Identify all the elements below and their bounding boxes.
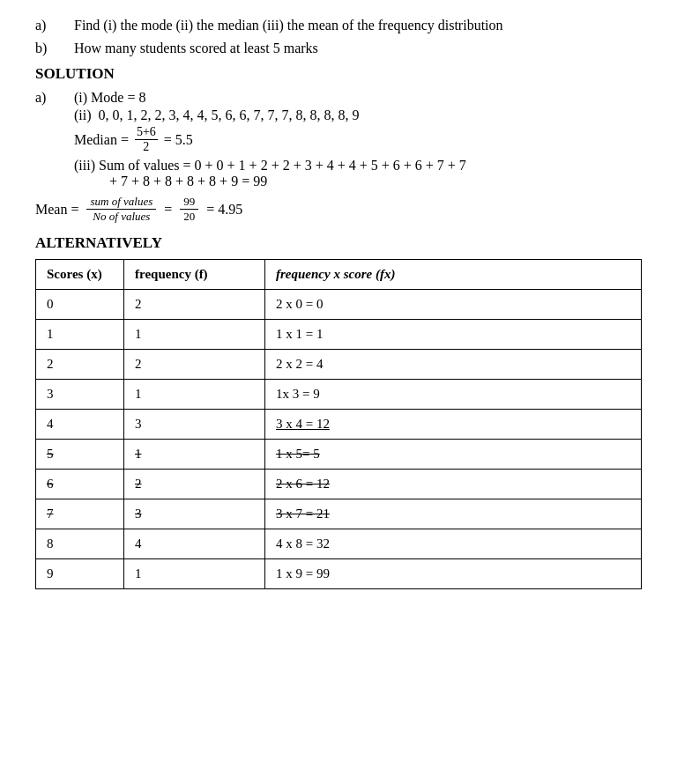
table-row: 844 x 8 = 32	[36, 529, 642, 559]
part-b-row: b) How many students scored at least 5 m…	[35, 41, 642, 56]
part-a-label: a)	[35, 18, 71, 33]
solution-a-ii-sequence: 0, 0, 1, 2, 2, 3, 4, 4, 5, 6, 6, 7, 7, 7…	[99, 107, 360, 122]
cell-fx: 1 x 1 = 1	[265, 320, 642, 350]
cell-score: 8	[36, 529, 124, 559]
solution-a-iii-row: (iii) Sum of values = 0 + 0 + 1 + 2 + 2 …	[74, 158, 641, 174]
cell-fx: 4 x 8 = 32	[265, 529, 642, 559]
cell-fx: 1 x 9 = 99	[265, 559, 642, 589]
mean-label: Mean =	[35, 202, 78, 218]
mean-numerator: sum of values	[86, 195, 156, 210]
cell-frequency: 1	[124, 559, 265, 589]
cell-score: 3	[36, 380, 124, 410]
alternatively-header: ALTERNATIVELY	[35, 234, 642, 252]
col-header-score: Scores (x)	[36, 260, 124, 290]
solution-a-iii-label: (iii)	[74, 158, 99, 174]
cell-frequency: 1	[124, 380, 265, 410]
solution-a-row: a) (i) Mode = 8 (ii) 0, 0, 1, 2, 2, 3, 4…	[35, 90, 642, 189]
cell-frequency: 2	[124, 350, 265, 380]
cell-fx: 3 x 7 = 21	[265, 499, 642, 529]
median-denominator: 2	[141, 140, 151, 154]
cell-frequency: 3	[124, 499, 265, 529]
cell-fx: 2 x 0 = 0	[265, 290, 642, 320]
table-row: 022 x 0 = 0	[36, 290, 642, 320]
mean-fraction-1: sum of values No of values	[86, 195, 156, 224]
col-header-frequency: frequency (f)	[124, 260, 265, 290]
table-row: 311x 3 = 9	[36, 380, 642, 410]
cell-fx: 2 x 2 = 4	[265, 350, 642, 380]
cell-frequency: 1	[124, 440, 265, 470]
cell-score: 2	[36, 350, 124, 380]
median-fraction: 5+6 2	[135, 125, 158, 154]
cell-score: 7	[36, 499, 124, 529]
cell-score: 9	[36, 559, 124, 589]
cell-fx: 1x 3 = 9	[265, 380, 642, 410]
frequency-table: Scores (x) frequency (f) frequency x sco…	[35, 259, 642, 589]
part-a-question: Find (i) the mode (ii) the median (iii) …	[74, 18, 641, 33]
mean-eq: =	[164, 202, 172, 218]
sum-line2: + 7 + 8 + 8 + 8 + 8 + 9 = 99	[109, 174, 267, 189]
table-row: 433 x 4 = 12	[36, 410, 642, 440]
cell-score: 1	[36, 320, 124, 350]
cell-fx: 3 x 4 = 12	[265, 410, 642, 440]
table-row: 911 x 9 = 99	[36, 559, 642, 589]
solution-header: SOLUTION	[35, 65, 642, 83]
sum-line2-row: + 7 + 8 + 8 + 8 + 8 + 9 = 99	[109, 174, 641, 189]
solution-a-ii-row: (ii) 0, 0, 1, 2, 2, 3, 4, 4, 5, 6, 6, 7,…	[74, 107, 641, 123]
cell-frequency: 2	[124, 290, 265, 320]
median-label: Median =	[74, 132, 129, 148]
cell-frequency: 4	[124, 529, 265, 559]
part-b-label: b)	[35, 41, 71, 56]
cell-fx: 1 x 5= 5	[265, 440, 642, 470]
mean-denominator: No of values	[89, 210, 153, 224]
mean-frac2-num: 99	[180, 195, 198, 210]
col-header-fx-text: frequency x score (fx)	[276, 267, 395, 281]
median-value: = 5.5	[164, 132, 193, 148]
table-header-row: Scores (x) frequency (f) frequency x sco…	[36, 260, 642, 290]
sum-line1: Sum of values = 0 + 0 + 1 + 2 + 2 + 3 + …	[99, 158, 466, 174]
table-row: 622 x 6 = 12	[36, 470, 642, 499]
solution-a-i-text: (i) Mode = 8	[74, 90, 145, 105]
table-row: 511 x 5= 5	[36, 440, 642, 470]
part-b-question: How many students scored at least 5 mark…	[74, 41, 641, 56]
table-row: 733 x 7 = 21	[36, 499, 642, 529]
cell-score: 4	[36, 410, 124, 440]
col-header-fx: frequency x score (fx)	[265, 260, 642, 290]
cell-fx: 2 x 6 = 12	[265, 470, 642, 499]
mean-value: = 4.95	[206, 202, 242, 218]
table-row: 222 x 2 = 4	[36, 350, 642, 380]
mean-frac2-den: 20	[180, 210, 198, 224]
solution-a-ii-label: (ii)	[74, 107, 95, 122]
solution-a-content: (i) Mode = 8 (ii) 0, 0, 1, 2, 2, 3, 4, 4…	[74, 90, 641, 189]
mean-row: Mean = sum of values No of values = 99 2…	[35, 195, 642, 224]
median-row: Median = 5+6 2 = 5.5	[74, 125, 641, 154]
cell-score: 0	[36, 290, 124, 320]
cell-frequency: 3	[124, 410, 265, 440]
table-row: 111 x 1 = 1	[36, 320, 642, 350]
cell-score: 6	[36, 470, 124, 499]
cell-frequency: 1	[124, 320, 265, 350]
solution-a-i: (i) Mode = 8	[74, 90, 641, 106]
part-a-row: a) Find (i) the mode (ii) the median (ii…	[35, 18, 642, 33]
cell-frequency: 2	[124, 470, 265, 499]
mean-fraction-2: 99 20	[180, 195, 198, 224]
solution-a-label: a)	[35, 90, 71, 106]
cell-score: 5	[36, 440, 124, 470]
median-numerator: 5+6	[135, 125, 158, 140]
